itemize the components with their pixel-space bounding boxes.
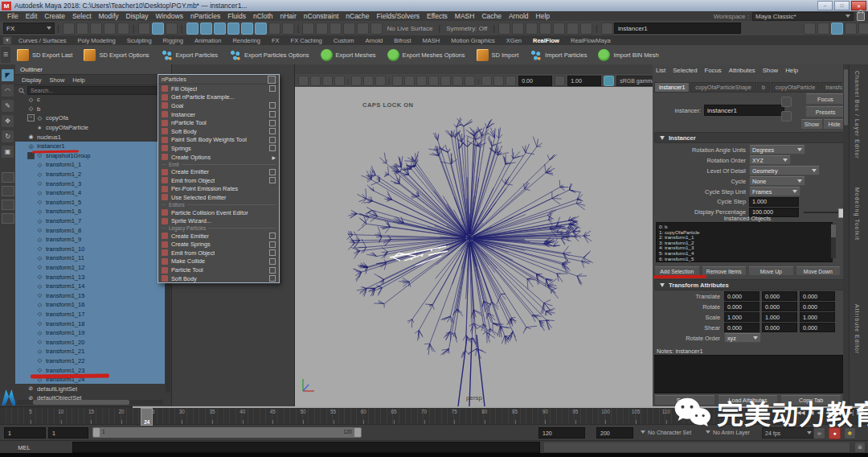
menu-item-get-nparticle-example[interactable]: Get nParticle Example...: [158, 93, 279, 102]
menu-display[interactable]: Display: [126, 12, 149, 20]
menu-nhair[interactable]: nHair: [280, 12, 297, 20]
menu-modify[interactable]: Modify: [99, 12, 119, 20]
select-by-object-icon[interactable]: [152, 23, 164, 35]
option-box[interactable]: [269, 233, 276, 239]
hypershade-layout[interactable]: [2, 213, 14, 224]
paint-select-tool[interactable]: ✎: [1, 99, 14, 113]
gamma-toggle-icon[interactable]: [555, 76, 565, 86]
menu-fields-solvers[interactable]: Fields/Solvers: [377, 12, 420, 20]
outliner-item-transform1-17[interactable]: ◇transform1_17: [15, 310, 165, 319]
option-box[interactable]: [269, 120, 276, 126]
remove-items-button[interactable]: Remove Items: [702, 266, 747, 276]
render-settings-icon[interactable]: [539, 23, 551, 35]
history-toggle-icon[interactable]: [371, 23, 383, 35]
shelf-tab-sculpting[interactable]: Sculpting: [121, 37, 158, 44]
rotate-tool[interactable]: ↻: [1, 130, 14, 143]
menu-file[interactable]: File: [7, 12, 18, 20]
select-by-component-icon[interactable]: [166, 23, 178, 35]
xray-mode-icon[interactable]: [493, 76, 504, 86]
gamma-value[interactable]: 1.00: [567, 76, 601, 86]
menu-nconstraint[interactable]: nConstraint: [304, 12, 338, 20]
modeling-toolkit-toggle-icon[interactable]: [858, 23, 868, 35]
menu-item-goal[interactable]: Goal: [158, 101, 279, 110]
bookmarks-icon[interactable]: [334, 76, 345, 86]
option-box[interactable]: [269, 249, 276, 256]
shelf-button-export-particles[interactable]: Export Particles: [155, 49, 224, 61]
ae-tab-b[interactable]: b: [757, 82, 770, 93]
menu-item-make-collide[interactable]: Make Collide: [158, 257, 279, 266]
outliner-item-transform1-16[interactable]: ◇transform1_16: [15, 300, 165, 310]
menu-ncloth[interactable]: nCloth: [253, 12, 273, 20]
option-box[interactable]: [269, 102, 276, 109]
workspace-dropdown[interactable]: Maya Classic*: [752, 12, 854, 21]
instancer-name-field[interactable]: instancer1: [704, 105, 784, 116]
instanced-objects-scrollbar[interactable]: [831, 224, 836, 258]
outliner-item-transform1-11[interactable]: ◇transform1_11: [15, 253, 165, 263]
instanced-object-2-transform1-1[interactable]: 2: transform1_1: [657, 234, 832, 240]
attr-dropdown-cycle-step-unit[interactable]: Frames: [749, 187, 800, 196]
ae-menu-help[interactable]: Help: [785, 67, 798, 74]
ae-tab-copyofaparticle[interactable]: copyOfaParticle: [771, 82, 820, 93]
quick-selection-field[interactable]: instancer1: [614, 23, 741, 34]
lock-workspace-icon[interactable]: [857, 12, 865, 21]
shelf-tab-motion-graphics[interactable]: Motion Graphics: [445, 37, 501, 44]
snap-to-curve-icon[interactable]: [200, 23, 212, 35]
outliner-item-transform1-2[interactable]: ◇transform1_2: [15, 170, 165, 179]
outliner-item-transform1-4[interactable]: ◇transform1_4: [15, 188, 165, 198]
outliner-item-transform1-21[interactable]: ◇transform1_21: [15, 347, 165, 356]
menu-mash[interactable]: MASH: [455, 12, 475, 20]
input-operations-icon[interactable]: [343, 23, 355, 35]
ae-scrollbar[interactable]: [843, 64, 849, 406]
shadows-icon[interactable]: [440, 76, 451, 86]
close-button[interactable]: ✕: [851, 1, 866, 10]
lasso-tool[interactable]: ◠: [1, 84, 14, 97]
redo-icon[interactable]: [117, 23, 129, 35]
menu-item-per-point-emission-rates[interactable]: Per-Point Emission Rates: [158, 185, 279, 194]
attr-field-translate-1[interactable]: 0.000: [762, 291, 797, 301]
option-box[interactable]: [269, 128, 276, 134]
menu-windows[interactable]: Windows: [155, 12, 182, 20]
option-box[interactable]: [269, 258, 276, 265]
outliner-item-transform1-7[interactable]: ◇transform1_7: [15, 216, 165, 226]
show-button[interactable]: Show: [800, 119, 823, 130]
outliner-item-defaultlightset[interactable]: ⊘defaultLightSet: [15, 384, 165, 393]
shelf-tab-fx-caching[interactable]: FX Caching: [285, 37, 328, 44]
transform-section-header[interactable]: Transform Attributes: [654, 279, 847, 290]
shelf-tab-realflow[interactable]: RealFlow: [527, 37, 565, 44]
outliner-item-transform1-3[interactable]: ◇transform1_3: [15, 179, 165, 188]
minimize-button[interactable]: –: [817, 1, 833, 10]
shelf-button-import-particles[interactable]: Import Particles: [524, 49, 592, 61]
outliner-horizontal-scrollbar[interactable]: [17, 400, 163, 405]
motion-blur-icon[interactable]: [465, 76, 475, 86]
menu-item-soft-body[interactable]: Soft Body: [158, 274, 279, 283]
menu-item-create-options[interactable]: Create Options▶: [158, 153, 279, 162]
snap-to-point-icon[interactable]: [214, 23, 226, 35]
mel-label[interactable]: MEL: [0, 444, 48, 451]
menu-item-create-springs[interactable]: Create Springs: [158, 241, 279, 249]
outliner-item-transform1-13[interactable]: ◇transform1_13: [15, 272, 165, 282]
outliner-menu-display[interactable]: Display: [22, 76, 42, 84]
menu-item-nparticle-tool[interactable]: nParticle Tool: [158, 118, 279, 127]
range-end-handle[interactable]: [354, 428, 361, 437]
open-scene-icon[interactable]: [76, 23, 88, 35]
menu-item-particle-collision-event-editor[interactable]: Particle Collision Event Editor: [158, 208, 279, 217]
next-tab-icon[interactable]: [781, 111, 792, 121]
two-d-pan-zoom-icon[interactable]: [363, 76, 374, 86]
quick-selection-mode-icon[interactable]: [601, 23, 613, 35]
ae-tab-instancer1[interactable]: instancer1: [654, 82, 690, 93]
shelf-button-import-bin-mesh[interactable]: Import BIN Mesh: [592, 49, 664, 61]
construction-history-icon[interactable]: [330, 23, 342, 35]
lock-selection-icon[interactable]: [268, 23, 280, 35]
playback-end-field[interactable]: 120: [538, 427, 585, 438]
attr-field-translate-2[interactable]: 0.000: [800, 291, 835, 301]
screen-space-ao-icon[interactable]: [452, 76, 463, 86]
ae-menu-selected[interactable]: Selected: [673, 67, 697, 74]
snap-to-grid-icon[interactable]: [186, 23, 199, 35]
undo-icon[interactable]: [104, 23, 116, 35]
ae-tab-transform1[interactable]: transform1: [821, 82, 842, 93]
outliner-item-b[interactable]: ◇b: [15, 105, 165, 114]
color-management-toggle-icon[interactable]: [604, 76, 614, 86]
attr-field-shear-1[interactable]: 0.000: [762, 323, 797, 332]
menu-item-instancer[interactable]: Instancer: [158, 110, 279, 119]
menu-item-fill-object[interactable]: Fill Object: [158, 84, 279, 93]
